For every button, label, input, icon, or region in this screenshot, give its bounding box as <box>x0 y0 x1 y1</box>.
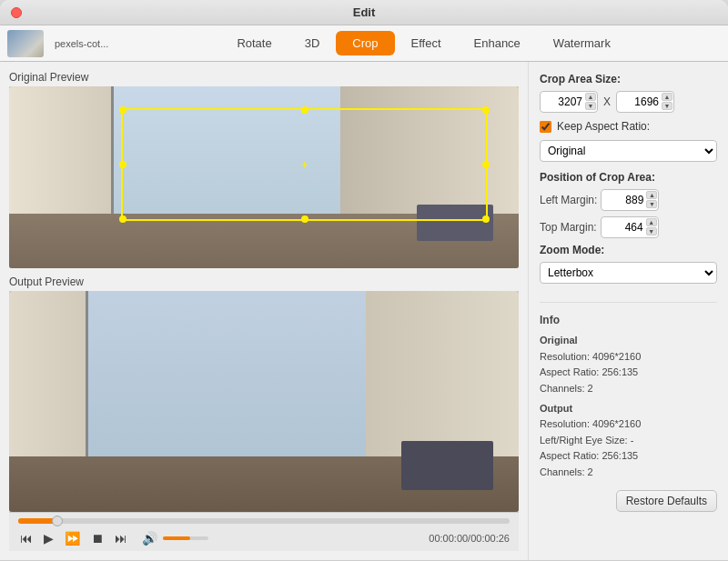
width-input-wrapper: ▲ ▼ <box>540 91 598 113</box>
tab-effect[interactable]: Effect <box>395 31 458 55</box>
room-furniture <box>417 205 493 241</box>
crop-size-row: ▲ ▼ X ▲ ▼ <box>540 91 717 113</box>
top-margin-arrows: ▲ ▼ <box>646 218 657 235</box>
restore-defaults-container: Restore Defaults <box>540 490 717 512</box>
aspect-select[interactable]: Original <box>540 140 717 162</box>
tab-enhance[interactable]: Enhance <box>458 31 537 55</box>
keep-aspect-checkbox[interactable] <box>540 121 551 133</box>
info-original-title: Original <box>540 333 717 349</box>
width-up-arrow[interactable]: ▲ <box>585 93 596 101</box>
output-furniture <box>401 441 493 489</box>
skip-forward-button[interactable]: ⏩ <box>63 529 82 547</box>
progress-thumb[interactable] <box>52 516 63 526</box>
original-preview-label: Original Preview <box>9 71 519 84</box>
restore-defaults-button[interactable]: Restore Defaults <box>616 490 717 512</box>
progress-bar[interactable] <box>18 518 510 524</box>
left-margin-arrows: ▲ ▼ <box>646 191 657 208</box>
left-margin-down[interactable]: ▼ <box>646 200 657 208</box>
close-button[interactable] <box>11 7 22 18</box>
info-section: Info Original Resolution: 4096*2160 Aspe… <box>540 312 717 481</box>
main-window: Edit pexels-cot... Rotate 3D Crop Effect… <box>0 0 728 561</box>
top-margin-up[interactable]: ▲ <box>646 218 657 226</box>
left-margin-label: Left Margin: <box>540 194 597 206</box>
left-panel: Original Preview <box>0 62 528 560</box>
original-preview-area: + <box>9 86 519 268</box>
top-margin-wrapper: ▲ ▼ <box>601 216 659 238</box>
crop-area-size-label: Crop Area Size: <box>540 73 717 85</box>
info-output-resolution: Resolution: 4096*2160 <box>540 416 717 433</box>
keep-aspect-label: Keep Aspect Ratio: <box>557 120 650 133</box>
tabs-container: Rotate 3D Crop Effect Enhance Watermark <box>126 31 721 55</box>
volume-fill <box>163 536 190 540</box>
zoom-mode-select[interactable]: Letterbox <box>540 262 717 284</box>
original-preview-section: Original Preview <box>9 71 519 268</box>
output-image <box>9 291 519 512</box>
top-margin-down[interactable]: ▼ <box>646 227 657 235</box>
output-preview-label: Output Preview <box>9 275 519 288</box>
next-frame-button[interactable]: ⏭ <box>113 529 129 547</box>
play-button[interactable]: ▶ <box>42 529 56 547</box>
info-original-channels: Channels: 2 <box>540 381 717 397</box>
info-output-channels: Channels: 2 <box>540 465 717 481</box>
tab-3d[interactable]: 3D <box>288 31 337 55</box>
main-content: Original Preview <box>0 62 728 560</box>
info-output-title: Output <box>540 401 717 417</box>
top-margin-label: Top Margin: <box>540 221 597 234</box>
player-controls: ⏮ ▶ ⏩ ⏹ ⏭ 🔊 00:00:00/00:00:26 <box>9 512 519 551</box>
controls-row: ⏮ ▶ ⏩ ⏹ ⏭ 🔊 00:00:00/00:00:26 <box>18 529 510 547</box>
height-up-arrow[interactable]: ▲ <box>662 93 672 101</box>
output-preview-section: Output Preview <box>9 275 519 551</box>
volume-icon: 🔊 <box>140 529 159 547</box>
x-separator: X <box>603 95 611 108</box>
tab-crop[interactable]: Crop <box>336 31 394 55</box>
tab-rotate[interactable]: Rotate <box>220 31 288 55</box>
info-original-resolution: Resolution: 4096*2160 <box>540 349 717 366</box>
width-spin-arrows: ▲ ▼ <box>585 93 596 110</box>
left-margin-up[interactable]: ▲ <box>646 191 657 199</box>
left-margin-row: Left Margin: ▲ ▼ <box>540 189 717 211</box>
tab-watermark[interactable]: Watermark <box>537 31 627 55</box>
time-display: 00:00:00/00:00:26 <box>429 533 510 544</box>
top-margin-row: Top Margin: ▲ ▼ <box>540 216 717 238</box>
skip-back-button[interactable]: ⏮ <box>18 529 35 547</box>
volume-bar[interactable] <box>163 536 208 540</box>
volume-section: 🔊 <box>140 529 208 547</box>
info-output-eye: Left/Right Eye Size: - <box>540 433 717 449</box>
output-preview-area <box>9 291 519 512</box>
title-bar: Edit <box>0 0 728 25</box>
position-label: Position of Crop Area: <box>540 171 717 184</box>
window-title: Edit <box>353 5 376 19</box>
info-original-aspect: Aspect Ratio: 256:135 <box>540 365 717 381</box>
info-title: Info <box>540 312 717 329</box>
stop-button[interactable]: ⏹ <box>89 529 106 547</box>
file-thumbnail <box>7 30 44 57</box>
keep-aspect-row: Keep Aspect Ratio: <box>540 120 717 133</box>
info-output-aspect: Aspect Ratio: 256:135 <box>540 448 717 465</box>
left-margin-wrapper: ▲ ▼ <box>601 189 659 211</box>
divider <box>540 302 717 303</box>
height-spin-arrows: ▲ ▼ <box>662 93 672 110</box>
zoom-mode-label: Zoom Mode: <box>540 244 717 256</box>
tab-bar: pexels-cot... Rotate 3D Crop Effect Enha… <box>0 25 728 62</box>
height-input-wrapper: ▲ ▼ <box>616 91 674 113</box>
right-panel: Crop Area Size: ▲ ▼ X ▲ ▼ <box>528 62 728 560</box>
height-down-arrow[interactable]: ▼ <box>662 102 672 110</box>
original-image: + <box>9 86 519 268</box>
file-name-label: pexels-cot... <box>55 38 108 49</box>
width-down-arrow[interactable]: ▼ <box>585 102 596 110</box>
